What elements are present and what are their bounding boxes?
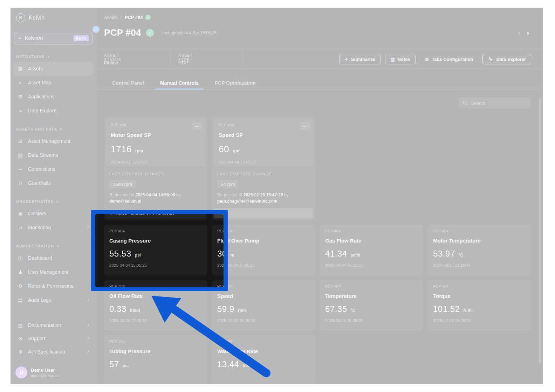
data-explorer-icon: ≈ xyxy=(17,108,24,113)
sidebar-item-dashboard[interactable]: ◫ Dashboard xyxy=(13,251,93,265)
tab-pcp-optimization[interactable]: PCP Optimization xyxy=(215,76,256,89)
chevron-down-icon: ∨ xyxy=(56,244,59,248)
card-timestamp: 2025-04-04 15:05:25 xyxy=(109,263,202,267)
tab-control-panel[interactable]: Control Panel xyxy=(112,76,144,89)
card-asset-label: PCP #04 xyxy=(219,123,308,127)
user-management-icon: ♟ xyxy=(17,269,24,275)
failed-dot-icon xyxy=(110,212,113,215)
tab-manual-controls[interactable]: Manual Controls xyxy=(160,76,199,89)
section-administration[interactable]: ADMINISTRATION ∨ xyxy=(11,238,96,251)
card-unit: psi xyxy=(123,363,129,368)
sidebar-item-label: Dashboard xyxy=(28,255,52,261)
tabs-configuration-button[interactable]: ⚙ Tabs Configuration xyxy=(420,54,478,64)
control-status-bar: Failed - at 2025-04-04 14:58:10 × xyxy=(106,208,205,218)
sidebar-item-assets[interactable]: ▦ Assets xyxy=(13,62,93,76)
sidebar-item-documentation[interactable]: ▤ Documentation ↗ xyxy=(13,318,93,332)
next-asset-button[interactable]: › xyxy=(527,29,529,37)
close-icon[interactable]: × xyxy=(198,210,201,216)
breadcrumb: Assets / PCP #04 ✓ xyxy=(104,15,151,20)
card-unit: rpm xyxy=(238,308,246,313)
user-menu[interactable]: D Demo User demo@kelvin.ai xyxy=(11,362,96,384)
card-value: 101.52 xyxy=(433,304,460,314)
card-unit: psi xyxy=(135,253,141,258)
sidebar-item-data-explorer[interactable]: ≈ Data Explorer xyxy=(13,104,93,118)
sidebar-item-label: Monitoring xyxy=(28,225,51,230)
search-box[interactable] xyxy=(459,97,531,108)
last-control-change-label: LAST CONTROL CHANGE xyxy=(217,172,310,176)
sensor-card-torque: PCP #04 Torque 101.52N·m 2025-04-04 15:0… xyxy=(427,280,531,331)
requested-by-text: Requested at 2025-04-04 14:58:08 by demo… xyxy=(109,192,199,204)
sidebar-item-monitoring[interactable]: ⊿ Monitoring ↗ xyxy=(13,220,93,234)
card-unit: N·m xyxy=(463,308,471,313)
previous-asset-button[interactable]: ‹ xyxy=(518,29,521,37)
sensor-card-gas-flow-rate: PCP #04 Gas Flow Rate 41.34scf/d 2025-04… xyxy=(320,225,423,275)
card-value: 41.34 xyxy=(325,249,347,259)
sidebar-item-roles-permissions[interactable]: ⚙ Roles & Permissions xyxy=(13,279,93,293)
kelvinai-button[interactable]: ✦ KelvinAI BETA xyxy=(14,32,92,44)
sidebar-item-connections[interactable]: ∾ Connections xyxy=(13,162,93,176)
breadcrumb-assets-link[interactable]: Assets xyxy=(104,15,118,20)
sidebar-item-audit-logs[interactable]: ▤ Audit Logs ↗ xyxy=(13,293,93,307)
sidebar-item-api-specification[interactable]: ⊚ API Specification ↗ xyxy=(13,345,93,358)
card-timestamp: 2025-04-04 15:05:25 xyxy=(219,160,308,164)
sidebar-item-applications[interactable]: ⊞ Applications xyxy=(13,90,93,104)
sidebar-item-data-streams[interactable]: ▥ Data Streams xyxy=(13,148,93,162)
card-timestamp: 2024-03-04 12:43:30 xyxy=(109,318,202,323)
divider xyxy=(242,49,242,69)
avatar: D xyxy=(15,366,27,378)
sidebar-item-label: API Specification xyxy=(28,349,65,355)
scrollbar-thumb[interactable] xyxy=(539,98,541,363)
sidebar-item-guardrails[interactable]: ⊓ Guardrails xyxy=(13,176,93,190)
data-explorer-button[interactable]: Data Explorer xyxy=(482,54,531,64)
card-timestamp: 2025-04-04 15:05:25 xyxy=(217,318,310,323)
sidebar-item-label: Asset Map xyxy=(28,80,51,85)
sidebar-item-support[interactable]: ⊗ Support ↗ xyxy=(13,332,93,345)
sensor-card-speed: PCP #04 Speed 59.9rpm 2025-04-04 15:05:2… xyxy=(212,280,315,331)
card-title: Tubing Pressure xyxy=(109,348,202,354)
pulse-icon xyxy=(488,57,493,62)
card-unit: °C xyxy=(351,308,355,313)
sidebar-item-label: Applications xyxy=(28,94,55,99)
setpoint-chip: 54 rpm xyxy=(217,180,238,188)
section-operations[interactable]: OPERATIONS ∨ xyxy=(11,49,96,62)
card-asset-label: PCP #04 xyxy=(111,123,200,127)
divider xyxy=(11,28,96,28)
sensor-card-tubing-pressure: PCP #04 Tubing Pressure 57psi xyxy=(104,335,207,384)
online-check-icon: ✓ xyxy=(146,29,154,37)
roles-permissions-icon: ⚙ xyxy=(17,283,24,289)
connections-icon: ∾ xyxy=(17,166,24,172)
summarize-button[interactable]: ✦ Summarize xyxy=(339,54,381,64)
divider xyxy=(171,49,171,69)
sidebar-collapse-button[interactable]: ‹ xyxy=(92,26,100,33)
page-title: PCP #04 xyxy=(104,27,141,38)
more-options-button[interactable]: ••• xyxy=(192,122,202,130)
card-timestamp: 2025-04-04 15:05:25 xyxy=(217,263,310,267)
sidebar-item-asset-management[interactable]: ⊟ Asset Management xyxy=(13,134,93,148)
sidebar-item-label: Data Explorer xyxy=(28,108,58,113)
section-assets-and-data[interactable]: ASSETS AND DATA ∨ xyxy=(11,121,96,134)
card-timestamp: 2025-04-04 15:05:25 xyxy=(325,263,418,267)
card-value: 13.44 xyxy=(217,359,239,369)
control-card-motor-speed-sp: PCP #04 ••• Motor Speed SP 1716 rpm 2024… xyxy=(104,117,207,220)
card-value: 1716 xyxy=(111,144,132,155)
sidebar-item-label: Connections xyxy=(28,166,55,172)
kelvin-logo-icon: K xyxy=(16,13,25,22)
sidebar-item-clusters[interactable]: ◉ Clusters xyxy=(13,206,93,220)
more-options-button[interactable]: ••• xyxy=(300,122,310,130)
card-title: Casing Pressure xyxy=(109,238,202,244)
screenshot-canvas: { "colors":{"highlight_blue":"#0f5bd7","… xyxy=(0,0,555,392)
sidebar-item-label: Roles & Permissions xyxy=(28,283,73,289)
sidebar-item-label: Data Streams xyxy=(28,152,58,158)
tab-bar: Control Panel Manual Controls PCP Optimi… xyxy=(96,76,543,90)
sidebar-item-label: Clusters xyxy=(28,211,46,216)
sidebar-item-asset-map[interactable]: ◐ Asset Map xyxy=(13,76,93,90)
section-orchestration[interactable]: ORCHESTRATION ∨ xyxy=(11,194,96,206)
brand-name: Kelvin xyxy=(29,15,44,21)
card-title: Oil Flow Rate xyxy=(109,293,202,299)
sidebar-item-user-management[interactable]: ♟ User Management xyxy=(13,265,93,279)
search-input[interactable] xyxy=(470,100,523,106)
asset-type-value: PCP xyxy=(178,60,189,65)
external-link-icon: ↗ xyxy=(86,298,90,302)
notes-button[interactable]: ▤ Notes xyxy=(385,54,415,64)
sensor-card-casing-pressure: PCP #04 Casing Pressure 55.53psi 2025-04… xyxy=(104,225,207,275)
